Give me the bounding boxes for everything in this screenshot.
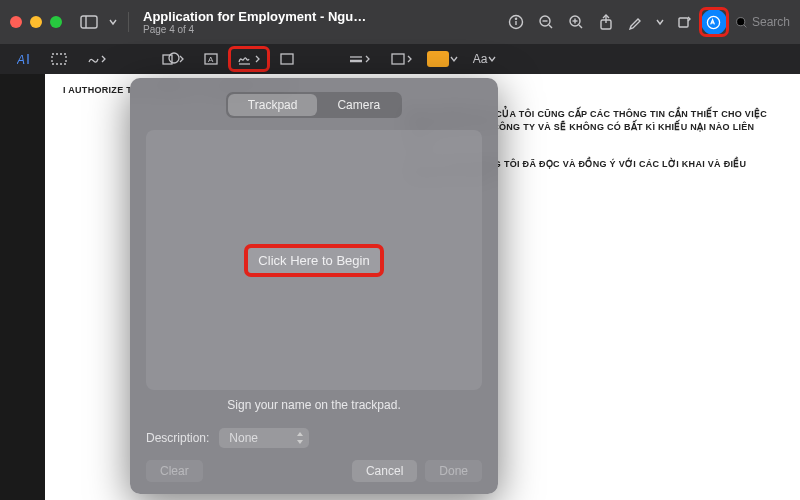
markup-icon: [701, 9, 727, 35]
separator: [128, 12, 129, 32]
search-field[interactable]: Search: [735, 15, 790, 29]
zoom-window-button[interactable]: [50, 16, 62, 28]
svg-point-4: [515, 18, 516, 19]
tab-trackpad[interactable]: Trackpad: [228, 94, 318, 116]
svg-rect-14: [679, 18, 688, 27]
signature-sheet: Trackpad Camera Click Here to Begin Sign…: [130, 78, 498, 494]
tab-camera[interactable]: Camera: [317, 94, 400, 116]
page-indicator: Page 4 of 4: [143, 24, 373, 35]
fill-color-swatch: [427, 51, 449, 67]
text-style-label: Aa: [473, 52, 488, 66]
border-style-tool[interactable]: [340, 48, 378, 70]
begin-signature-button[interactable]: Click Here to Begin: [248, 248, 379, 273]
highlight-button[interactable]: [623, 9, 649, 35]
signature-instruction: Sign your name on the trackpad.: [146, 398, 482, 412]
rect-select-tool[interactable]: [44, 48, 74, 70]
minimize-window-button[interactable]: [30, 16, 42, 28]
shapes-tool[interactable]: [154, 48, 192, 70]
note-tool[interactable]: [272, 48, 302, 70]
title-block: Application for Employment - Nguyen Le..…: [143, 9, 373, 35]
cancel-button[interactable]: Cancel: [352, 460, 417, 482]
svg-point-22: [169, 53, 179, 63]
svg-point-16: [737, 17, 745, 25]
svg-line-17: [744, 24, 746, 26]
zoom-out-button[interactable]: [533, 9, 559, 35]
svg-text:A: A: [17, 53, 25, 66]
text-select-tool[interactable]: A: [10, 48, 40, 70]
document-title: Application for Employment - Nguyen Le..…: [143, 9, 373, 24]
text-style-tool[interactable]: Aa: [466, 48, 504, 70]
signature-source-tabs: Trackpad Camera: [226, 92, 402, 118]
border-color-tool[interactable]: [382, 48, 420, 70]
svg-rect-20: [52, 54, 66, 64]
svg-line-9: [579, 25, 582, 28]
share-button[interactable]: [593, 9, 619, 35]
markup-toolbar: A A Aa: [0, 44, 800, 74]
sidebar-menu-chevron[interactable]: [106, 9, 120, 35]
clear-button[interactable]: Clear: [146, 460, 203, 482]
signature-canvas[interactable]: Click Here to Begin: [146, 130, 482, 390]
search-placeholder: Search: [752, 15, 790, 29]
window-titlebar: Application for Employment - Nguyen Le..…: [0, 0, 800, 44]
svg-text:A: A: [208, 55, 214, 64]
sidebar-toggle-button[interactable]: [76, 9, 102, 35]
svg-rect-0: [81, 16, 97, 28]
close-window-button[interactable]: [10, 16, 22, 28]
zoom-in-button[interactable]: [563, 9, 589, 35]
sketch-tool[interactable]: [78, 48, 116, 70]
text-tool[interactable]: A: [196, 48, 226, 70]
svg-rect-26: [281, 54, 293, 64]
fill-color-tool[interactable]: [424, 48, 462, 70]
rotate-button[interactable]: [671, 9, 697, 35]
search-icon: [735, 16, 748, 29]
svg-rect-29: [392, 54, 404, 64]
thumbnail-sidebar[interactable]: [0, 74, 45, 500]
sign-tool[interactable]: [230, 48, 268, 70]
highlight-menu-chevron[interactable]: [653, 9, 667, 35]
description-value: None: [229, 431, 258, 445]
markup-toggle-button[interactable]: [701, 9, 727, 35]
done-button[interactable]: Done: [425, 460, 482, 482]
window-controls: [10, 16, 62, 28]
svg-line-6: [549, 25, 552, 28]
info-button[interactable]: [503, 9, 529, 35]
description-popup[interactable]: None: [219, 428, 309, 448]
svg-rect-21: [163, 55, 172, 64]
description-label: Description:: [146, 431, 209, 445]
